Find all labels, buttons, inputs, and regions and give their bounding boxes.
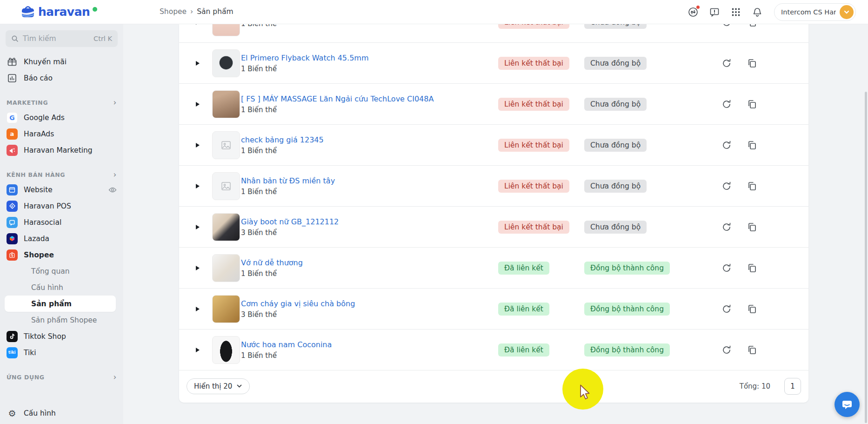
product-name-link[interactable]: check bảng giá 12345	[241, 135, 324, 144]
sidebar-subitem-tong-quan[interactable]: Tổng quan	[0, 263, 123, 279]
search-input[interactable]: Tìm kiếm Ctrl K	[6, 30, 118, 47]
account-menu[interactable]: Intercom CS Harava...	[774, 3, 856, 21]
account-avatar	[840, 5, 854, 19]
sidebar-item-khuyen-mai[interactable]: Khuyến mãi	[0, 54, 123, 70]
product-thumbnail	[212, 213, 240, 241]
sidebar-item-website[interactable]: Website	[0, 182, 123, 198]
resync-button[interactable]	[721, 221, 733, 233]
page-1-button[interactable]: 1	[784, 378, 801, 395]
copy-button[interactable]	[746, 98, 758, 110]
expand-row-icon[interactable]	[196, 225, 200, 229]
resync-button[interactable]	[721, 262, 733, 274]
sidebar-subitem-san-pham[interactable]: Sản phẩm	[5, 296, 116, 312]
haravan-logo[interactable]: haravan	[20, 5, 97, 19]
expand-row-icon[interactable]	[196, 102, 200, 107]
sidebar-item-haravan-marketing[interactable]: Haravan Marketing	[0, 142, 123, 158]
search-shortcut: Ctrl K	[93, 35, 112, 42]
expand-row-icon[interactable]	[196, 266, 200, 270]
feedback-icon[interactable]	[709, 7, 720, 18]
mouse-cursor-icon	[578, 384, 592, 400]
chat-launcher-button[interactable]	[835, 392, 860, 417]
copy-button[interactable]	[746, 57, 758, 69]
product-name-link[interactable]: Vớ nữ dễ thương	[241, 258, 303, 267]
product-name-link[interactable]: Giày boot nữ GB_1212112	[241, 217, 339, 226]
sidebar-subitem-san-pham-shopee[interactable]: Sản phẩm Shopee	[0, 312, 123, 328]
section-title: MARKETING	[7, 99, 48, 106]
sidebar-subitem-cau-hinh[interactable]: Cấu hình	[0, 279, 123, 296]
expand-row-icon[interactable]	[196, 61, 200, 66]
sidebar-item-settings[interactable]: ⚙ Cấu hình	[0, 405, 123, 421]
copy-button[interactable]	[746, 303, 758, 315]
chevron-right-icon[interactable]: ›	[114, 170, 117, 179]
expand-row-icon[interactable]	[196, 307, 200, 311]
product-name-link[interactable]: Nước hoa nam Coconina	[241, 340, 332, 349]
resync-button[interactable]	[721, 98, 733, 110]
haraads-icon: a	[7, 128, 18, 140]
copy-button[interactable]	[746, 262, 758, 274]
table-row-partial: 1 Biến thể Liên kết thất bại Chưa đồng b…	[179, 24, 808, 43]
sidebar-item-shopee[interactable]: Shopee	[0, 247, 123, 263]
shopee-icon	[7, 249, 18, 261]
resync-button[interactable]	[721, 344, 733, 356]
sidebar-item-harasocial[interactable]: Harasocial	[0, 214, 123, 230]
resync-button[interactable]	[721, 139, 733, 151]
variant-count: 1 Biến thể	[241, 147, 324, 155]
copy-button[interactable]	[746, 221, 758, 233]
notifications-bell-icon[interactable]	[752, 7, 763, 18]
link-status-badge: Đã liên kết	[498, 262, 549, 275]
resync-button[interactable]	[721, 180, 733, 192]
promotion-icon	[7, 56, 18, 67]
sidebar-item-label: Shopee	[24, 251, 54, 259]
product-name-link[interactable]: [ FS ] MÁY MASSAGE Lăn Ngải cứu TechLove…	[241, 94, 434, 103]
page-size-select[interactable]: Hiển thị 20	[187, 378, 250, 394]
haravan-pos-icon	[7, 201, 18, 212]
sync-status-badge: Chưa đồng bộ	[584, 98, 647, 111]
sync-status-badge: Chưa đồng bộ	[584, 57, 647, 70]
resync-button[interactable]	[721, 303, 733, 315]
image-placeholder-icon	[221, 140, 231, 150]
expand-row-icon[interactable]	[196, 143, 200, 148]
copy-button[interactable]	[746, 139, 758, 151]
sidebar-item-haraads[interactable]: a HaraAds	[0, 126, 123, 142]
harasocial-icon	[7, 217, 18, 228]
product-name-link[interactable]: Nhân bản từ ĐS miền tây	[241, 176, 335, 185]
sidebar-item-lazada[interactable]: Lazada	[0, 230, 123, 247]
eye-icon[interactable]	[108, 187, 117, 193]
link-status-badge: Liên kết thất bại	[498, 221, 569, 234]
website-icon	[7, 184, 18, 195]
link-status-badge: Đã liên kết	[498, 303, 549, 316]
link-status-badge: Liên kết thất bại	[498, 139, 569, 152]
breadcrumb-separator: ›	[190, 7, 193, 16]
copy-button[interactable]	[746, 344, 758, 356]
subitem-label: Tổng quan	[31, 267, 70, 276]
apps-grid-icon[interactable]	[730, 7, 741, 18]
product-name-link[interactable]: Cơm cháy gia vị siêu chà bông	[241, 299, 355, 308]
link-status-badge: Đã liên kết	[498, 343, 549, 357]
chevron-down-icon	[843, 9, 850, 15]
sidebar-item-label: Haravan Marketing	[24, 146, 93, 155]
sync-status-icon[interactable]	[688, 7, 699, 18]
copy-button[interactable]	[746, 24, 758, 28]
copy-button[interactable]	[746, 180, 758, 192]
sidebar-item-tiki[interactable]: tiki Tiki	[0, 344, 123, 361]
resync-button[interactable]	[721, 57, 733, 69]
product-name-link[interactable]: El Primero Flyback Watch 45.5mm	[241, 54, 368, 62]
link-status-badge: Liên kết thất bại	[498, 180, 569, 193]
lazada-icon	[7, 233, 18, 244]
expand-row-icon[interactable]	[196, 184, 200, 188]
sync-status-badge: Chưa đồng bộ	[584, 221, 647, 234]
sidebar-item-haravan-pos[interactable]: Haravan POS	[0, 198, 123, 214]
sidebar-item-tiktok-shop[interactable]: Tiktok Shop	[0, 328, 123, 344]
expand-row-icon[interactable]	[196, 24, 200, 25]
chevron-right-icon[interactable]: ›	[114, 372, 117, 382]
table-row: Giày boot nữ GB_1212112 3 Biến thể Liên …	[179, 207, 808, 248]
resync-button[interactable]	[721, 24, 733, 28]
sidebar-item-bao-cao[interactable]: Báo cáo	[0, 70, 123, 86]
breadcrumb-parent[interactable]: Shopee	[160, 7, 187, 16]
expand-row-icon[interactable]	[196, 348, 200, 352]
chevron-right-icon[interactable]: ›	[114, 98, 117, 107]
haravan-marketing-icon	[7, 145, 18, 156]
google-ads-icon: G	[7, 112, 18, 123]
sidebar-item-google-ads[interactable]: G Google Ads	[0, 109, 123, 126]
vertical-scrollbar[interactable]	[865, 92, 867, 423]
